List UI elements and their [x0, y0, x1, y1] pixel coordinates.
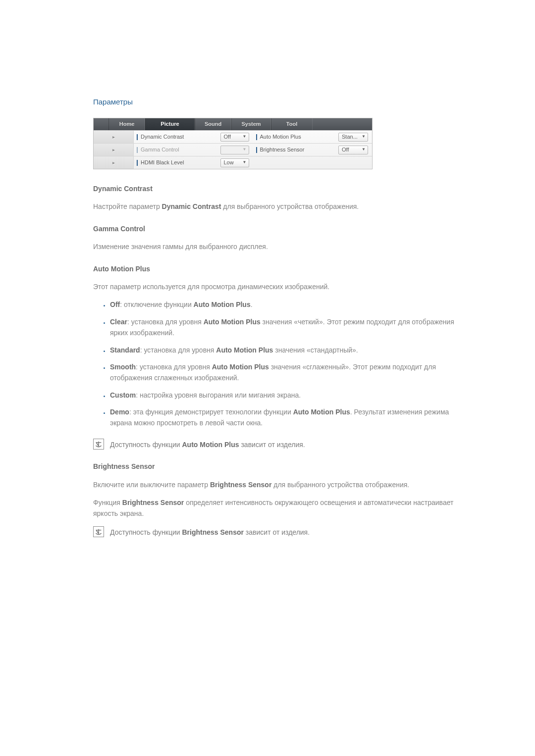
- tab-sound[interactable]: Sound: [195, 118, 231, 130]
- chevron-right-icon: ▸: [112, 146, 115, 154]
- panel-body: ▸ Dynamic Contrast Off ▼ Auto Motion Plu…: [94, 130, 372, 169]
- text: зависит от изделия.: [239, 441, 305, 449]
- setting-label: Dynamic Contrast: [141, 133, 220, 142]
- text-bold: Auto Motion Plus: [212, 363, 269, 371]
- settings-panel: Home Picture Sound System Tool ▸ Dynamic…: [93, 118, 373, 169]
- dropdown-dynamic-contrast[interactable]: Off ▼: [220, 133, 249, 142]
- marker-icon: [137, 134, 138, 140]
- setting-dynamic-contrast: Dynamic Contrast Off ▼: [134, 130, 253, 143]
- options-list: Off: отключение функции Auto Motion Plus…: [93, 296, 464, 432]
- tabs-row: Home Picture Sound System Tool: [94, 118, 372, 130]
- note-icon: [93, 526, 104, 537]
- note-text: Доступность функции Brightness Sensor за…: [110, 526, 310, 538]
- paragraph: Изменение значения гаммы для выбранного …: [93, 241, 464, 252]
- text: Функция: [93, 499, 122, 506]
- note: Доступность функции Auto Motion Plus зав…: [93, 439, 464, 450]
- paragraph: Включите или выключите параметр Brightne…: [93, 479, 464, 490]
- setting-label: HDMI Black Level: [141, 158, 220, 167]
- list-item: Smooth: установка для уровня Auto Motion…: [110, 358, 464, 387]
- marker-icon: [137, 160, 138, 166]
- tab-picture[interactable]: Picture: [145, 118, 195, 130]
- text: Настройте параметр: [93, 202, 162, 210]
- marker-icon: [256, 147, 257, 153]
- page-title: Параметры: [93, 96, 464, 108]
- heading-gamma-control: Gamma Control: [93, 223, 464, 234]
- list-item: Off: отключение функции Auto Motion Plus…: [110, 296, 464, 313]
- note-text: Доступность функции Auto Motion Plus зав…: [110, 439, 305, 450]
- dropdown-auto-motion-plus[interactable]: Stan... ▼: [338, 133, 368, 142]
- chevron-down-icon: ▼: [243, 134, 247, 140]
- text: : установка для уровня: [127, 318, 204, 326]
- tab-tool[interactable]: Tool: [271, 118, 313, 130]
- text-bold: Dynamic Contrast: [162, 202, 221, 210]
- chevron-down-icon: ▼: [362, 147, 366, 153]
- heading-auto-motion-plus: Auto Motion Plus: [93, 263, 464, 274]
- text: : настройка уровня выгорания или мигания…: [136, 391, 301, 399]
- text-bold: Brightness Sensor: [210, 481, 271, 489]
- list-item: Demo: эта функция демонстрирует технолог…: [110, 403, 464, 432]
- heading-brightness-sensor: Brightness Sensor: [93, 461, 464, 472]
- setting-label: Auto Motion Plus: [260, 133, 339, 142]
- text-bold: Auto Motion Plus: [194, 301, 251, 308]
- setting-gamma-control: Gamma Control ▼: [134, 143, 253, 156]
- expand-cell[interactable]: ▸: [94, 130, 134, 143]
- dropdown-gamma-control: ▼: [220, 146, 249, 154]
- marker-icon: [256, 134, 257, 140]
- note: Доступность функции Brightness Sensor за…: [93, 526, 464, 538]
- text-bold: Auto Motion Plus: [216, 346, 273, 354]
- dropdown-value: Off: [342, 146, 349, 154]
- chevron-down-icon: ▼: [362, 134, 366, 140]
- note-icon: [93, 439, 104, 450]
- text-bold: Clear: [110, 318, 127, 326]
- chevron-down-icon: ▼: [243, 147, 247, 153]
- expand-cell[interactable]: ▸: [94, 143, 134, 156]
- marker-icon: [137, 147, 138, 153]
- setting-auto-motion-plus: Auto Motion Plus Stan... ▼: [253, 130, 373, 143]
- paragraph: Функция Brightness Sensor определяет инт…: [93, 497, 464, 519]
- heading-dynamic-contrast: Dynamic Contrast: [93, 183, 464, 194]
- tab-system[interactable]: System: [231, 118, 271, 130]
- text: зависит от изделия.: [244, 528, 310, 536]
- text: для выбранного устройства отображения.: [221, 202, 359, 210]
- paragraph: Настройте параметр Dynamic Contrast для …: [93, 201, 464, 212]
- list-item: Standard: установка для уровня Auto Moti…: [110, 342, 464, 358]
- dropdown-value: Off: [224, 133, 231, 142]
- text: Доступность функции: [110, 528, 182, 536]
- dropdown-value: Stan...: [342, 133, 358, 142]
- dropdown-value: Low: [224, 158, 234, 167]
- list-item: Custom: настройка уровня выгорания или м…: [110, 387, 464, 403]
- text-bold: Custom: [110, 391, 136, 399]
- expand-cell[interactable]: ▸: [94, 156, 134, 169]
- dropdown-brightness-sensor[interactable]: Off ▼: [338, 146, 368, 154]
- text: : эта функция демонстрирует технологии ф…: [129, 408, 293, 416]
- text-bold: Off: [110, 301, 120, 308]
- text-bold: Standard: [110, 346, 140, 354]
- chevron-right-icon: ▸: [112, 133, 115, 141]
- text: : установка для уровня: [136, 363, 212, 371]
- paragraph: Этот параметр используется для просмотра…: [93, 281, 464, 292]
- text-bold: Demo: [110, 408, 129, 416]
- chevron-right-icon: ▸: [112, 159, 115, 167]
- text-bold: Brightness Sensor: [122, 499, 184, 506]
- chevron-down-icon: ▼: [243, 159, 247, 166]
- setting-label: Gamma Control: [141, 146, 220, 154]
- text-bold: Brightness Sensor: [182, 528, 243, 536]
- text-bold: Auto Motion Plus: [204, 318, 261, 326]
- setting-hdmi-black-level: HDMI Black Level Low ▼: [134, 156, 253, 169]
- setting-brightness-sensor: Brightness Sensor Off ▼: [253, 143, 373, 156]
- text-bold: Auto Motion Plus: [182, 441, 239, 449]
- text: Включите или выключите параметр: [93, 481, 210, 489]
- dropdown-hdmi-black-level[interactable]: Low ▼: [220, 158, 249, 167]
- text: для выбранного устройства отображения.: [271, 481, 409, 489]
- tab-home[interactable]: Home: [108, 118, 145, 130]
- text: Доступность функции: [110, 441, 182, 449]
- setting-empty: [253, 156, 373, 169]
- list-item: Clear: установка для уровня Auto Motion …: [110, 313, 464, 342]
- text: : отключение функции: [120, 301, 193, 308]
- text: .: [251, 301, 253, 308]
- setting-label: Brightness Sensor: [260, 146, 339, 154]
- text-bold: Smooth: [110, 363, 136, 371]
- text-bold: Auto Motion Plus: [293, 408, 350, 416]
- text: значения «стандартный».: [273, 346, 358, 354]
- text: : установка для уровня: [140, 346, 216, 354]
